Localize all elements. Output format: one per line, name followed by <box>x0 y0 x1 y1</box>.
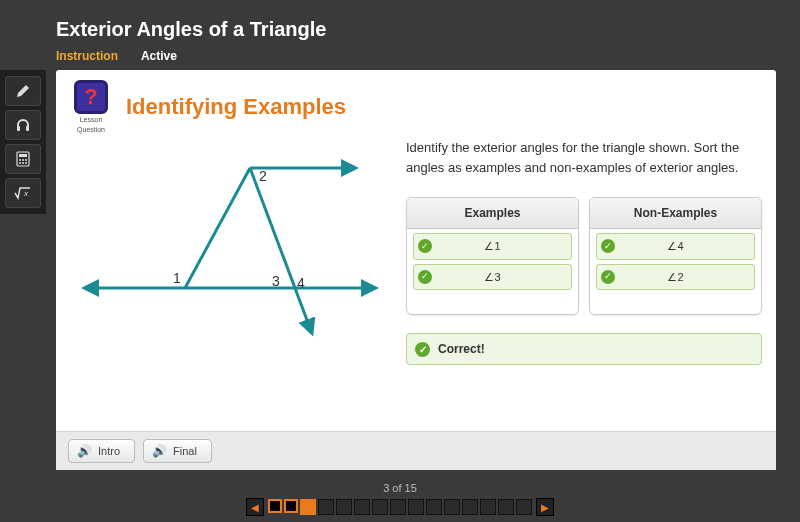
check-icon: ✓ <box>415 342 430 357</box>
speaker-icon: 🔊 <box>152 444 167 458</box>
svg-point-8 <box>22 162 24 164</box>
nonexamples-item[interactable]: ✓ ∠4 <box>596 233 755 260</box>
audio-intro-label: Intro <box>98 445 120 457</box>
tab-instruction[interactable]: Instruction <box>56 49 118 63</box>
pager-step[interactable] <box>408 499 424 515</box>
audio-bar: 🔊 Intro 🔊 Final <box>56 431 776 470</box>
nonexamples-item[interactable]: ✓ ∠2 <box>596 264 755 291</box>
svg-rect-1 <box>26 126 29 131</box>
pager-step[interactable] <box>480 499 496 515</box>
question-mark-icon: ? <box>74 80 108 114</box>
headphones-icon[interactable] <box>5 110 41 140</box>
speaker-icon: 🔊 <box>77 444 92 458</box>
sort-item-label: ∠4 <box>621 238 750 255</box>
svg-line-12 <box>185 168 250 288</box>
pager: ◀ ▶ <box>0 498 800 516</box>
pager-step[interactable] <box>462 499 478 515</box>
audio-final-label: Final <box>173 445 197 457</box>
header: Exterior Angles of a Triangle <box>0 0 800 49</box>
sort-item-label: ∠1 <box>438 238 567 255</box>
angle-1-label: 1 <box>173 270 181 286</box>
sort-tables: Examples ✓ ∠1 ✓ ∠3 Non-Examples ✓ ∠4 <box>406 197 762 315</box>
angle-3-label: 3 <box>272 273 280 289</box>
pencil-icon[interactable] <box>5 76 41 106</box>
sidebar: x <box>0 70 46 214</box>
audio-intro-button[interactable]: 🔊 Intro <box>68 439 135 463</box>
check-icon: ✓ <box>418 239 432 253</box>
svg-point-4 <box>19 159 21 161</box>
check-icon: ✓ <box>418 270 432 284</box>
svg-rect-0 <box>17 126 20 131</box>
examples-item[interactable]: ✓ ∠3 <box>413 264 572 291</box>
examples-column: Examples ✓ ∠1 ✓ ∠3 <box>406 197 579 315</box>
pager-step[interactable] <box>516 499 532 515</box>
pager-label: 3 of 15 <box>0 482 800 494</box>
instruction-area: Identify the exterior angles for the tri… <box>406 138 762 423</box>
formula-icon[interactable]: x <box>5 178 41 208</box>
pager-step[interactable] <box>444 499 460 515</box>
nonexamples-header: Non-Examples <box>590 198 761 229</box>
angle-4-label: 4 <box>297 275 305 291</box>
tab-active[interactable]: Active <box>141 49 177 63</box>
pager-step[interactable] <box>426 499 442 515</box>
svg-text:x: x <box>23 189 29 198</box>
calculator-icon[interactable] <box>5 144 41 174</box>
pager-boxes <box>268 499 532 515</box>
pager-step[interactable] <box>390 499 406 515</box>
instruction-text: Identify the exterior angles for the tri… <box>406 138 762 177</box>
examples-item[interactable]: ✓ ∠1 <box>413 233 572 260</box>
pager-step[interactable] <box>284 499 298 513</box>
pager-step[interactable] <box>268 499 282 513</box>
svg-rect-3 <box>19 154 27 157</box>
pager-step[interactable] <box>372 499 388 515</box>
examples-header: Examples <box>407 198 578 229</box>
content-title: Identifying Examples <box>126 94 346 120</box>
svg-line-13 <box>250 168 310 328</box>
pager-step[interactable] <box>354 499 370 515</box>
pager-step[interactable] <box>300 499 316 515</box>
lesson-label: Lesson <box>70 116 112 124</box>
svg-point-9 <box>25 162 27 164</box>
pager-next-button[interactable]: ▶ <box>536 498 554 516</box>
feedback-banner: ✓ Correct! <box>406 333 762 365</box>
main-panel: ? Lesson Question Identifying Examples <box>56 70 776 470</box>
pager-prev-button[interactable]: ◀ <box>246 498 264 516</box>
nonexamples-column: Non-Examples ✓ ∠4 ✓ ∠2 <box>589 197 762 315</box>
header-tabs: Instruction Active <box>0 49 800 69</box>
svg-point-6 <box>25 159 27 161</box>
pager-step[interactable] <box>318 499 334 515</box>
triangle-diagram: 1 2 3 4 <box>70 138 390 423</box>
svg-point-5 <box>22 159 24 161</box>
pager-step[interactable] <box>498 499 514 515</box>
feedback-text: Correct! <box>438 340 485 358</box>
check-icon: ✓ <box>601 270 615 284</box>
lesson-badge: ? Lesson Question <box>70 80 112 134</box>
audio-final-button[interactable]: 🔊 Final <box>143 439 212 463</box>
check-icon: ✓ <box>601 239 615 253</box>
svg-point-7 <box>19 162 21 164</box>
question-label: Question <box>70 126 112 134</box>
angle-2-label: 2 <box>259 168 267 184</box>
pager-step[interactable] <box>336 499 352 515</box>
page-title: Exterior Angles of a Triangle <box>56 18 800 41</box>
sort-item-label: ∠2 <box>621 269 750 286</box>
sort-item-label: ∠3 <box>438 269 567 286</box>
